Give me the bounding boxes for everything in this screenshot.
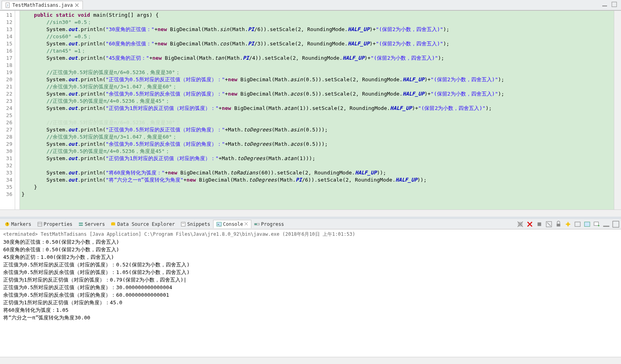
- display-selected-icon[interactable]: [574, 221, 581, 228]
- code-line[interactable]: System.out.println("正切值为1所对应的反正切值（对应的角度）…: [22, 155, 614, 162]
- tab-properties[interactable]: Properties: [34, 220, 75, 228]
- markers-icon: !: [4, 221, 10, 227]
- vertical-scrollbar[interactable]: [614, 11, 621, 209]
- code-line[interactable]: System.out.println("30度角的正弦值："+new BigDe…: [22, 26, 614, 33]
- console-line: 正弦值为0.5所对应的反正弦值（对应的角度）：30.00000000000000…: [3, 284, 618, 291]
- line-number: 11: [0, 12, 12, 19]
- open-console-icon[interactable]: [584, 221, 591, 228]
- tab-servers[interactable]: Servers: [75, 220, 108, 228]
- fold-column[interactable]: [15, 11, 20, 209]
- minimize-icon[interactable]: [602, 2, 607, 8]
- pin-console-icon[interactable]: [564, 221, 572, 228]
- code-line[interactable]: //tan45° =1；: [22, 47, 614, 55]
- console-horizontal-scrollbar[interactable]: [0, 357, 621, 364]
- properties-icon: [37, 221, 43, 227]
- line-number: 13: [0, 26, 12, 33]
- editor-area: 1112131415161718192021222324252627282930…: [0, 10, 621, 209]
- maximize-icon[interactable]: [611, 2, 617, 8]
- code-line[interactable]: //正弦值为0.5的弧度是π/4≈0.5236，角度是45°；: [22, 148, 614, 155]
- snippets-icon: [180, 221, 186, 227]
- code-line[interactable]: System.out.println("将“六分之一π”弧度转化为角度"+new…: [22, 176, 614, 184]
- code-line[interactable]: //余弦值为0.5对应的弧度是π/3≈1.047，角度是60°；: [22, 83, 614, 90]
- line-number: 12: [0, 19, 12, 26]
- code-line[interactable]: System.out.println("余弦值为0.5所对应的反余弦值（对应的角…: [22, 141, 614, 148]
- tab-snippets[interactable]: Snippets: [178, 220, 213, 228]
- progress-icon: [254, 221, 260, 227]
- code-line[interactable]: System.out.println("正弦值为0.5所对应的反正弦值（对应的角…: [22, 126, 614, 133]
- console-line: 将60度角转化为弧度：1.05: [3, 306, 618, 314]
- editor-tab[interactable]: J TestMathTadisans.java: [2, 1, 83, 9]
- console-line: 将“六分之一π”弧度转化为角度30.00: [3, 314, 618, 321]
- console-line: 正切值为1所对应的反正切值（对应的角度）：45.0: [3, 299, 618, 306]
- console-output[interactable]: <terminated> TestMathTadisans [Java Appl…: [0, 229, 621, 357]
- svg-rect-4: [602, 6, 607, 6]
- svg-rect-36: [613, 221, 619, 227]
- code-line[interactable]: public static void main(String[] args) {: [22, 12, 614, 19]
- console-line: 正弦值为0.5所对应的反正弦值（对应的弧度）：0.52(保留2为小数，四舍五入): [3, 261, 618, 268]
- code-line[interactable]: //正弦值为0.5对应的弧度是π/6≈0.5236，角度是30°；: [22, 119, 614, 126]
- svg-rect-27: [538, 222, 541, 226]
- line-number: 30: [0, 148, 12, 155]
- remove-all-icon[interactable]: [526, 221, 533, 228]
- code-line[interactable]: //余弦值为0.5对应的弧度是π/3≈1.047，角度是60°；: [22, 133, 614, 141]
- line-number: 35: [0, 184, 12, 191]
- tab-console[interactable]: >_Console: [213, 220, 252, 228]
- line-number: 31: [0, 155, 12, 162]
- code-area[interactable]: public static void main(String[] args) {…: [20, 11, 614, 209]
- svg-line-29: [547, 222, 551, 226]
- code-line[interactable]: [22, 62, 614, 69]
- tab-label: Data Source Explorer: [117, 221, 175, 227]
- horizontal-scrollbar[interactable]: [0, 209, 621, 217]
- tab-progress[interactable]: Progress: [251, 220, 287, 228]
- code-line[interactable]: }: [22, 184, 614, 191]
- code-line[interactable]: System.out.println("正切值为1所对应的反正切值（对应的弧度）…: [22, 105, 614, 112]
- console-line: 45度角的正切：1.00(保留2为小数，四舍五入): [3, 253, 618, 261]
- line-number: 29: [0, 141, 12, 148]
- code-line[interactable]: }: [22, 191, 614, 198]
- console-line: 余弦值为0.5所对应的反余弦值（对应的角度）：60.00000000000001: [3, 291, 618, 299]
- tab-label: Servers: [85, 221, 105, 227]
- close-icon[interactable]: [74, 3, 79, 8]
- line-number: 34: [0, 176, 12, 184]
- remove-launch-icon[interactable]: [517, 221, 524, 228]
- tab-label: Progress: [261, 221, 284, 227]
- maximize-view-icon[interactable]: [612, 221, 619, 228]
- code-line[interactable]: [22, 112, 614, 119]
- line-number: 14: [0, 33, 12, 40]
- tab-label: Properties: [44, 221, 72, 227]
- tab-dse[interactable]: Data Source Explorer: [108, 220, 178, 228]
- editor-right-actions: [602, 2, 621, 8]
- code-line[interactable]: System.out.println("余弦值为0.5所对应的反余弦值（对应的弧…: [22, 90, 614, 98]
- code-line[interactable]: //cos60° =0.5；: [22, 33, 614, 40]
- svg-text:>_: >_: [217, 223, 221, 226]
- code-line[interactable]: //正弦值为0.5对应的弧度是π/6≈0.5236，角度是30°；: [22, 69, 614, 76]
- new-console-icon[interactable]: +: [593, 221, 600, 228]
- minimize-view-icon[interactable]: [603, 221, 610, 228]
- close-icon[interactable]: [244, 221, 248, 227]
- code-line[interactable]: //正弦值为0.5的弧度是π/4≈0.5236，角度是45°；: [22, 98, 614, 105]
- svg-rect-31: [575, 222, 580, 226]
- tab-markers[interactable]: !Markers: [2, 220, 34, 228]
- servers-icon: [78, 221, 84, 227]
- code-line[interactable]: System.out.println("正弦值为0.5所对应的反正弦值（对应的弧…: [22, 76, 614, 83]
- terminate-icon[interactable]: [536, 221, 543, 228]
- code-line[interactable]: [22, 162, 614, 169]
- editor-tab-label: TestMathTadisans.java: [12, 2, 73, 8]
- code-line[interactable]: System.out.println("将60度角转化为弧度："+new Big…: [22, 169, 614, 176]
- scroll-lock-icon[interactable]: [555, 221, 562, 228]
- line-number: 23: [0, 98, 12, 105]
- code-line[interactable]: System.out.println("60度角的余弦值："+new BigDe…: [22, 40, 614, 47]
- line-number: 26: [0, 119, 12, 126]
- tab-label: Console: [223, 221, 243, 227]
- line-number: 28: [0, 133, 12, 141]
- svg-rect-14: [181, 222, 185, 226]
- svg-rect-30: [557, 223, 560, 226]
- code-line[interactable]: //sin30° =0.5；: [22, 19, 614, 26]
- svg-rect-32: [584, 222, 590, 226]
- code-line[interactable]: System.out.println("45度角的正切："+new BigDec…: [22, 55, 614, 62]
- clear-console-icon[interactable]: [545, 221, 552, 228]
- line-number: 18: [0, 62, 12, 69]
- svg-rect-13: [111, 223, 115, 225]
- line-number: 22: [0, 90, 12, 98]
- svg-rect-10: [79, 223, 83, 224]
